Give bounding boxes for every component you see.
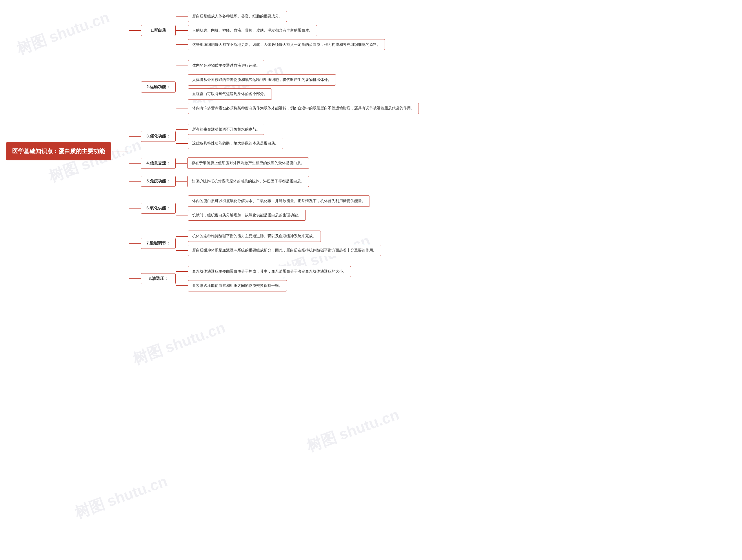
sub-text-2-2: 人体将从外界获取的营养物质和氧气运输到组织细胞，将代谢产生的废物排出体外。 — [188, 74, 336, 86]
branch-8-sub-area: 血浆胶体渗透压主要由蛋白质分子构成，其中，血浆清蛋白分子决定血浆胶体渗透压的大小… — [176, 264, 351, 293]
sub-text-8-2: 血浆渗透压能使血浆和组织之间的物质交换保持平衡。 — [188, 280, 287, 292]
sub-row-2-4: 体内有许多营养素也必须将某种蛋白质作为载体才能运转，例如血液中的载脂蛋白不仅运输… — [176, 103, 419, 114]
branch-stub-7 — [129, 243, 141, 244]
branch-label-4: 4.信息交流： — [141, 158, 176, 169]
branch-label-3: 3.催化功能： — [141, 131, 176, 142]
sub-stub-1-1 — [176, 16, 188, 16]
branch-label-7: 7.酸碱调节： — [141, 238, 176, 249]
branch-label-2: 2.运输功能： — [141, 82, 176, 93]
sub-row-8-2: 血浆渗透压能使血浆和组织之间的物质交换保持平衡。 — [176, 280, 351, 292]
sub-text-3-1: 所有的生命活动都离不开酶和水的参与。 — [188, 124, 264, 135]
branch-stub-2 — [129, 87, 141, 87]
sub-row-1-1: 蛋白质是组成人体各种组织、器官、细胞的重要成分。 — [176, 11, 385, 22]
sub-stub-2-4 — [176, 108, 188, 108]
sub-stub-6-1 — [176, 201, 188, 201]
branch-3-items: 所有的生命活动都离不开酶和水的参与。 这些各具特殊功能的酶，绝大多数的本质是蛋白… — [176, 122, 283, 151]
branch-label-6: 6.氧化供能： — [141, 203, 176, 214]
branch-1-sub-area: 蛋白质是组成人体各种组织、器官、细胞的重要成分。 人的肌肉、内脏、神经、血液、骨… — [176, 9, 385, 52]
branch-row-8: 8.渗透压： 血浆胶体渗透压主要由蛋白质分子构成，其中，血浆清蛋白分子决定血浆胶… — [129, 261, 419, 296]
branch-stub-3 — [129, 136, 141, 137]
sub-text-2-3: 血红蛋白可以将氧气运送到身体的各个部分。 — [188, 89, 272, 100]
branch-row-4: 4.信息交流： 存在于细胞膜上使细胞对外界刺激产生相应的效应的受体是蛋白质。 — [129, 154, 419, 172]
sub-row-2-3: 血红蛋白可以将氧气运送到身体的各个部分。 — [176, 89, 419, 100]
sub-stub-2-1 — [176, 65, 188, 66]
sub-row-8-1: 血浆胶体渗透压主要由蛋白质分子构成，其中，血浆清蛋白分子决定血浆胶体渗透压的大小… — [176, 266, 351, 277]
branch-label-8: 8.渗透压： — [141, 273, 176, 284]
sub-row-1-2: 人的肌肉、内脏、神经、血液、骨骼、皮肤、毛发都含有丰富的蛋白质。 — [176, 25, 385, 36]
branches-container: 1.蛋白质 蛋白质是组成人体各种组织、器官、细胞的重要成分。 人的肌肉、内脏、神… — [129, 6, 419, 296]
branch-7-items: 机体的这种维持酸碱平衡的能力主要通过肺、肾以及血液缓冲系统来完成。 蛋白质缓冲体… — [176, 229, 381, 258]
sub-text-7-1: 机体的这种维持酸碱平衡的能力主要通过肺、肾以及血液缓冲系统来完成。 — [188, 231, 321, 242]
branch-row-7: 7.酸碱调节： 机体的这种维持酸碱平衡的能力主要通过肺、肾以及血液缓冲系统来完成… — [129, 225, 419, 261]
sub-text-2-1: 体内的各种物质主要通过血液进行运输。 — [188, 60, 264, 71]
branch-row-5: 5.免疫功能： 如保护机体抵抗对应病原体的感染的抗体、淋巴因子等都是蛋白质。 — [129, 172, 419, 191]
mind-map-container: 医学基础知识点：蛋白质的主要功能 1.蛋白质 蛋白质是组成人体各种组织、器官、细… — [0, 0, 742, 302]
branch-6-sub-area: 体内的蛋白质可以彻底氧化分解为水、二氧化碳，并释放能量。正常情况下，机体首先利用… — [176, 194, 370, 222]
root-node: 医学基础知识点：蛋白质的主要功能 — [6, 142, 111, 160]
sub-stub-8-2 — [176, 285, 188, 286]
branch-6-items: 体内的蛋白质可以彻底氧化分解为水、二氧化碳，并释放能量。正常情况下，机体首先利用… — [176, 194, 370, 222]
sub-stub-1-2 — [176, 30, 188, 31]
sub-stub-2-2 — [176, 80, 188, 80]
root-label: 医学基础知识点：蛋白质的主要功能 — [12, 148, 105, 154]
sub-text-6-1: 体内的蛋白质可以彻底氧化分解为水、二氧化碳，并释放能量。正常情况下，机体首先利用… — [188, 196, 370, 207]
watermark-7: 树图 shutu.cn — [72, 471, 170, 523]
sub-row-6-2: 饥饿时，组织蛋白质分解增加，故氧化供能是蛋白质的生理功能。 — [176, 210, 370, 221]
sub-row-1-3: 这些组织细胞每天都在不断地更新。因此，人体必须每天摄入一定量的蛋白质，作为构成和… — [176, 39, 385, 50]
sub-stub-3-1 — [176, 129, 188, 130]
branch-7-sub-area: 机体的这种维持酸碱平衡的能力主要通过肺、肾以及血液缓冲系统来完成。 蛋白质缓冲体… — [176, 229, 381, 258]
sub-text-7-2: 蛋白质缓冲体系是血液缓冲系统的重要组成部分，因此，蛋白质在维持机体酸碱平衡方面起… — [188, 245, 381, 256]
sub-stub-7-1 — [176, 236, 188, 237]
branch-4-sub-area: 存在于细胞膜上使细胞对外界刺激产生相应的效应的受体是蛋白质。 — [176, 157, 309, 169]
branch-2-items: 体内的各种物质主要通过血液进行运输。 人体将从外界获取的营养物质和氧气运输到组织… — [176, 59, 419, 115]
branch-stub-8 — [129, 278, 141, 279]
branch-stub-1 — [129, 30, 141, 31]
branch-label-1: 1.蛋白质 — [141, 25, 176, 36]
sub-stub-5-1 — [176, 181, 187, 182]
sub-text-1-1: 蛋白质是组成人体各种组织、器官、细胞的重要成分。 — [188, 11, 287, 22]
branch-2-sub-area: 体内的各种物质主要通过血液进行运输。 人体将从外界获取的营养物质和氧气运输到组织… — [176, 59, 419, 115]
sub-text-4-1: 存在于细胞膜上使细胞对外界刺激产生相应的效应的受体是蛋白质。 — [187, 157, 309, 169]
sub-text-2-4: 体内有许多营养素也必须将某种蛋白质作为载体才能运转，例如血液中的载脂蛋白不仅运输… — [188, 103, 419, 114]
sub-stub-7-2 — [176, 250, 188, 251]
sub-row-2-1: 体内的各种物质主要通过血液进行运输。 — [176, 60, 419, 71]
sub-text-8-1: 血浆胶体渗透压主要由蛋白质分子构成，其中，血浆清蛋白分子决定血浆胶体渗透压的大小… — [188, 266, 351, 277]
sub-row-3-1: 所有的生命活动都离不开酶和水的参与。 — [176, 124, 283, 135]
sub-stub-2-3 — [176, 94, 188, 94]
sub-text-3-2: 这些各具特殊功能的酶，绝大多数的本质是蛋白质。 — [188, 138, 283, 149]
branch-1-items: 蛋白质是组成人体各种组织、器官、细胞的重要成分。 人的肌肉、内脏、神经、血液、骨… — [176, 9, 385, 52]
sub-text-6-2: 饥饿时，组织蛋白质分解增加，故氧化供能是蛋白质的生理功能。 — [188, 210, 306, 221]
sub-stub-8-1 — [176, 271, 188, 272]
branch-label-5: 5.免疫功能： — [141, 176, 176, 187]
sub-text-1-3: 这些组织细胞每天都在不断地更新。因此，人体必须每天摄入一定量的蛋白质，作为构成和… — [188, 39, 385, 50]
sub-stub-1-3 — [176, 44, 188, 45]
sub-row-2-2: 人体将从外界获取的营养物质和氧气运输到组织细胞，将代谢产生的废物排出体外。 — [176, 74, 419, 86]
sub-text-1-2: 人的肌肉、内脏、神经、血液、骨骼、皮肤、毛发都含有丰富的蛋白质。 — [188, 25, 317, 36]
branch-8-items: 血浆胶体渗透压主要由蛋白质分子构成，其中，血浆清蛋白分子决定血浆胶体渗透压的大小… — [176, 264, 351, 293]
branch-row-2: 2.运输功能： 体内的各种物质主要通过血液进行运输。 人体将从外界获取的营养物质… — [129, 55, 419, 119]
watermark-6: 树图 shutu.cn — [304, 405, 402, 457]
branch-row-6: 6.氧化供能： 体内的蛋白质可以彻底氧化分解为水、二氧化碳，并释放能量。正常情况… — [129, 191, 419, 226]
sub-row-6-1: 体内的蛋白质可以彻底氧化分解为水、二氧化碳，并释放能量。正常情况下，机体首先利用… — [176, 196, 370, 207]
sub-row-7-2: 蛋白质缓冲体系是血液缓冲系统的重要组成部分，因此，蛋白质在维持机体酸碱平衡方面起… — [176, 245, 381, 256]
watermark-5: 树图 shutu.cn — [130, 317, 228, 370]
branch-stub-4 — [129, 163, 141, 163]
branch-row-1: 1.蛋白质 蛋白质是组成人体各种组织、器官、细胞的重要成分。 人的肌肉、内脏、神… — [129, 6, 419, 55]
branch-5-sub-area: 如保护机体抵抗对应病原体的感染的抗体、淋巴因子等都是蛋白质。 — [176, 176, 309, 187]
sub-row-3-2: 这些各具特殊功能的酶，绝大多数的本质是蛋白质。 — [176, 138, 283, 149]
sub-stub-3-2 — [176, 143, 188, 144]
branch-stub-6 — [129, 208, 141, 208]
branch-stub-5 — [129, 181, 141, 182]
sub-row-7-1: 机体的这种维持酸碱平衡的能力主要通过肺、肾以及血液缓冲系统来完成。 — [176, 231, 381, 242]
sub-stub-6-2 — [176, 215, 188, 215]
trunk-and-branches: 1.蛋白质 蛋白质是组成人体各种组织、器官、细胞的重要成分。 人的肌肉、内脏、神… — [129, 6, 419, 296]
root-connector — [111, 151, 129, 151]
sub-stub-4-1 — [176, 163, 187, 163]
branch-3-sub-area: 所有的生命活动都离不开酶和水的参与。 这些各具特殊功能的酶，绝大多数的本质是蛋白… — [176, 122, 283, 151]
branch-row-3: 3.催化功能： 所有的生命活动都离不开酶和水的参与。 这些各具特殊功能的酶，绝大… — [129, 119, 419, 154]
sub-text-5-1: 如保护机体抵抗对应病原体的感染的抗体、淋巴因子等都是蛋白质。 — [187, 176, 309, 187]
